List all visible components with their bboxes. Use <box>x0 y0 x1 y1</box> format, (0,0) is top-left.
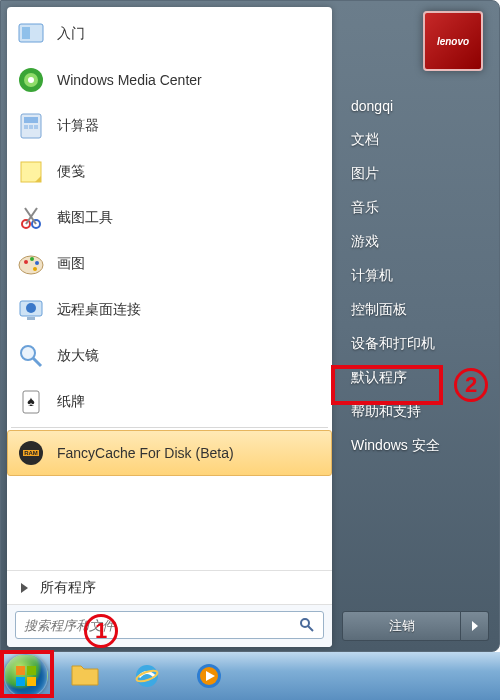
program-item-getting-started[interactable]: 入门 <box>7 11 332 57</box>
right-item-devices-printers[interactable]: 设备和打印机 <box>342 327 489 361</box>
svg-text:RAM: RAM <box>24 450 38 456</box>
right-item-windows-security[interactable]: Windows 安全 <box>342 429 489 463</box>
getting-started-icon <box>15 18 47 50</box>
right-item-label: 设备和打印机 <box>351 335 435 353</box>
taskbar <box>0 652 500 700</box>
all-programs-button[interactable]: 所有程序 <box>7 570 332 604</box>
svg-rect-36 <box>27 677 36 686</box>
internet-explorer-icon <box>133 662 161 690</box>
program-item-media-center[interactable]: Windows Media Center <box>7 57 332 103</box>
right-item-label: 游戏 <box>351 233 379 251</box>
right-item-label: 控制面板 <box>351 301 407 319</box>
right-item-help-support[interactable]: 帮助和支持 <box>342 395 489 429</box>
search-box[interactable] <box>15 611 324 639</box>
sticky-notes-icon <box>15 156 47 188</box>
taskbar-item-media-player[interactable] <box>178 655 240 697</box>
logoff-button[interactable]: 注销 <box>342 611 461 641</box>
brand-label: lenovo <box>437 36 469 47</box>
svg-rect-23 <box>27 317 35 320</box>
calculator-icon <box>15 110 47 142</box>
user-name-item[interactable]: dongqi <box>342 89 489 123</box>
svg-rect-35 <box>16 677 25 686</box>
program-label: 远程桌面连接 <box>57 301 141 319</box>
program-label: 画图 <box>57 255 85 273</box>
svg-rect-7 <box>24 125 28 129</box>
right-item-label: Windows 安全 <box>351 437 440 455</box>
svg-text:♠: ♠ <box>27 393 35 409</box>
start-menu-right-panel: lenovo dongqi 文档 图片 音乐 游戏 计算机 控制面板 设备和打印… <box>332 1 499 651</box>
program-label: 放大镜 <box>57 347 99 365</box>
program-label: FancyCache For Disk (Beta) <box>57 445 234 461</box>
svg-rect-6 <box>24 117 38 123</box>
program-item-sticky-notes[interactable]: 便笺 <box>7 149 332 195</box>
svg-rect-9 <box>34 125 38 129</box>
all-programs-label: 所有程序 <box>40 579 96 597</box>
right-item-label: 文档 <box>351 131 379 149</box>
program-item-remote-desktop[interactable]: 远程桌面连接 <box>7 287 332 333</box>
right-item-games[interactable]: 游戏 <box>342 225 489 259</box>
folder-icon <box>70 663 100 689</box>
program-item-solitaire[interactable]: ♠ 纸牌 <box>7 379 332 425</box>
svg-line-25 <box>33 358 41 366</box>
svg-rect-8 <box>29 125 33 129</box>
chevron-right-icon <box>472 621 478 631</box>
right-item-computer[interactable]: 计算机 <box>342 259 489 293</box>
windows-logo-icon <box>13 663 39 689</box>
media-player-icon <box>195 662 223 690</box>
program-item-magnifier[interactable]: 放大镜 <box>7 333 332 379</box>
right-item-label: 默认程序 <box>351 369 407 387</box>
remote-desktop-icon <box>15 294 47 326</box>
program-label: 计算器 <box>57 117 99 135</box>
program-label: 纸牌 <box>57 393 85 411</box>
shutdown-options-button[interactable] <box>461 611 489 641</box>
program-list: 入门 Windows Media Center 计算器 便笺 <box>7 7 332 570</box>
program-divider <box>11 427 328 428</box>
user-name-label: dongqi <box>351 98 393 114</box>
taskbar-item-explorer[interactable] <box>54 655 116 697</box>
logoff-label: 注销 <box>389 617 415 635</box>
program-label: Windows Media Center <box>57 72 202 88</box>
start-button[interactable] <box>4 654 48 698</box>
right-item-label: 计算机 <box>351 267 393 285</box>
svg-point-19 <box>35 261 39 265</box>
start-menu-left-panel: 入门 Windows Media Center 计算器 便笺 <box>7 7 332 647</box>
program-item-fancycache[interactable]: RAM FancyCache For Disk (Beta) <box>7 430 332 476</box>
svg-point-22 <box>26 303 36 313</box>
program-label: 入门 <box>57 25 85 43</box>
fancycache-icon: RAM <box>15 437 47 469</box>
svg-point-17 <box>24 260 28 264</box>
search-input[interactable] <box>24 618 299 633</box>
magnifier-icon <box>15 340 47 372</box>
right-item-default-programs[interactable]: 默认程序 <box>342 361 489 395</box>
search-row <box>7 604 332 647</box>
svg-point-4 <box>28 77 34 83</box>
start-menu: 入门 Windows Media Center 计算器 便笺 <box>0 0 500 652</box>
user-picture[interactable]: lenovo <box>423 11 483 71</box>
program-label: 截图工具 <box>57 209 113 227</box>
media-center-icon <box>15 64 47 96</box>
right-item-music[interactable]: 音乐 <box>342 191 489 225</box>
svg-rect-1 <box>22 27 30 39</box>
svg-point-20 <box>33 267 37 271</box>
svg-point-31 <box>301 619 309 627</box>
chevron-right-icon <box>21 583 28 593</box>
search-icon <box>299 617 319 633</box>
right-item-control-panel[interactable]: 控制面板 <box>342 293 489 327</box>
program-item-calculator[interactable]: 计算器 <box>7 103 332 149</box>
right-item-label: 图片 <box>351 165 379 183</box>
svg-rect-34 <box>27 666 36 675</box>
right-item-pictures[interactable]: 图片 <box>342 157 489 191</box>
program-label: 便笺 <box>57 163 85 181</box>
svg-rect-33 <box>16 666 25 675</box>
shutdown-row: 注销 <box>342 611 489 641</box>
taskbar-item-ie[interactable] <box>116 655 178 697</box>
svg-line-32 <box>308 626 313 631</box>
svg-point-24 <box>21 346 35 360</box>
right-item-documents[interactable]: 文档 <box>342 123 489 157</box>
snipping-tool-icon <box>15 202 47 234</box>
solitaire-icon: ♠ <box>15 386 47 418</box>
program-item-snipping-tool[interactable]: 截图工具 <box>7 195 332 241</box>
program-item-paint[interactable]: 画图 <box>7 241 332 287</box>
right-item-label: 音乐 <box>351 199 379 217</box>
right-item-label: 帮助和支持 <box>351 403 421 421</box>
